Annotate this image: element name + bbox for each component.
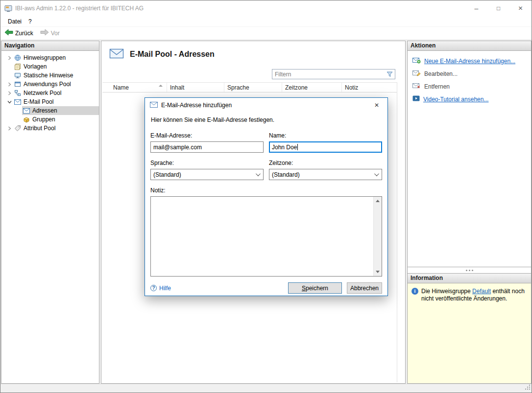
video-tutorial-icon [412,95,420,103]
application-pool-icon [14,81,21,88]
close-button[interactable]: ✕ [509,0,532,16]
name-input[interactable]: John Doe [269,141,382,153]
filter-funnel-icon[interactable] [387,71,393,77]
maximize-button[interactable]: □ [487,0,509,16]
nav-item-label: Hinweisgruppen [24,54,66,61]
email-pool-header-icon [109,48,124,61]
timezone-label: Zeitzone: [269,160,382,166]
language-select[interactable]: (Standard) [150,169,264,180]
splitter-handle-icon [469,270,470,271]
hints-groups-icon [14,54,21,61]
static-hints-icon [14,72,21,79]
nav-item-gruppen[interactable]: Gruppen [1,115,99,124]
column-sprache[interactable]: Sprache [224,83,282,92]
panel-splitter[interactable] [407,267,532,273]
email-field-group: E-Mail-Adresse: [150,132,264,153]
attribute-pool-icon [14,125,21,132]
default-link[interactable]: Default [472,288,491,295]
chevron-collapsed-icon[interactable] [5,56,13,60]
nav-item-hinweisgruppen[interactable]: Hinweisgruppen [1,53,99,62]
filter-input[interactable] [272,71,387,78]
chevron-collapsed-icon[interactable] [5,126,13,131]
timezone-field-group: Zeitzone: (Standard) [269,160,382,180]
save-button[interactable]: Speichern [288,282,342,294]
chevron-down-icon [374,171,379,176]
note-textarea[interactable] [151,197,373,276]
minimize-button[interactable]: – [465,0,487,16]
page-title: E-Mail Pool - Adressen [130,50,215,59]
note-field-group: Notiz: [150,187,382,277]
column-notiz[interactable]: Notiz [342,83,397,92]
menu-help[interactable]: ? [25,16,35,26]
chevron-collapsed-icon[interactable] [5,91,13,95]
dialog-email-icon [150,102,158,109]
app-window: IBI-aws Admin 1.22.0 - registriert für I… [0,0,532,393]
help-icon [150,285,157,291]
timezone-select[interactable]: (Standard) [269,169,382,180]
information-panel: Information Die Hinweisgruppe Default en… [407,273,532,384]
column-zeitzone[interactable]: Zeitzone [282,83,342,92]
filter-field [272,69,395,79]
actions-panel: Aktionen Neue E-Mail-Adresse hinzufügen.… [407,41,532,267]
dialog-close-button[interactable]: ✕ [366,98,387,113]
navigation-tree: Hinweisgruppen Vorlagen Statische Hinwei… [1,51,99,133]
forward-button[interactable]: Vor [40,29,60,37]
navigation-header: Navigation [1,41,99,51]
action-remove[interactable]: Entfernen [408,80,531,93]
nav-item-adressen[interactable]: Adressen [1,106,99,115]
name-field-group: Name: John Doe [269,132,382,153]
statusbar [0,384,532,393]
back-arrow-icon [4,29,13,37]
nav-item-vorlagen[interactable]: Vorlagen [1,62,99,71]
nav-item-email-pool[interactable]: E-Mail Pool [1,97,99,106]
dialog-title: E-Mail-Adresse hinzufügen [161,102,232,109]
nav-item-netzwerk-pool[interactable]: Netzwerk Pool [1,89,99,97]
scroll-down-icon[interactable] [374,268,382,276]
chevron-collapsed-icon[interactable] [5,82,13,87]
nav-item-label: Gruppen [32,116,55,123]
navigation-panel: Navigation Hinweisgruppen Vorlagen Stati… [1,41,99,384]
action-edit[interactable]: Bearbeiten... [408,68,531,80]
action-video-tutorial[interactable]: Video-Tutorial ansehen... [408,93,531,105]
scroll-up-icon[interactable] [374,197,382,205]
nav-item-label: Attribut Pool [24,125,55,132]
email-input[interactable] [150,141,264,153]
nav-item-attribut-pool[interactable]: Attribut Pool [1,124,99,133]
nav-item-label: Netzwerk Pool [24,90,61,96]
dialog-description: Hier können Sie eine E-Mail-Adresse fest… [151,116,382,123]
nav-item-anwendungs-pool[interactable]: Anwendungs Pool [1,80,99,89]
email-label: E-Mail-Adresse: [150,132,264,139]
network-pool-icon [14,90,21,96]
name-label: Name: [269,132,382,139]
back-button[interactable]: Zurück [4,29,33,37]
note-scrollbar[interactable] [373,197,382,276]
column-name[interactable]: Name [102,83,167,92]
menu-datei[interactable]: Datei [4,16,25,26]
window-title: IBI-aws Admin 1.22.0 - registriert für I… [15,5,144,12]
nav-item-label: Anwendungs Pool [24,81,71,88]
help-link[interactable]: Hilfe [150,285,171,292]
add-email-dialog: E-Mail-Adresse hinzufügen ✕ Hier können … [145,97,388,296]
chevron-expanded-icon[interactable] [5,100,13,104]
information-header: Information [408,274,531,283]
cancel-button[interactable]: Abbrechen [347,282,382,294]
language-field-group: Sprache: (Standard) [150,160,264,180]
titlebar: IBI-aws Admin 1.22.0 - registriert für I… [0,0,532,16]
column-inhalt[interactable]: Inhalt [167,83,224,92]
text-caret [297,144,298,150]
action-new-email[interactable]: Neue E-Mail-Adresse hinzufügen... [408,55,531,68]
app-icon [4,4,12,12]
list-header: Name Inhalt Sprache Zeitzone Notiz [102,82,397,92]
nav-item-statische-hinweise[interactable]: Statische Hinweise [1,71,99,80]
note-label: Notiz: [150,187,382,194]
templates-icon [14,63,21,70]
information-message: Die Hinweisgruppe Default enthält noch n… [421,288,527,302]
info-icon [411,288,418,295]
resize-grip-icon[interactable] [525,384,531,392]
sort-asc-icon [159,85,163,87]
groups-icon [23,116,30,123]
addresses-icon [23,108,30,114]
nav-item-label: Adressen [32,107,57,114]
right-column: Aktionen Neue E-Mail-Adresse hinzufügen.… [407,41,532,384]
forward-arrow-icon [40,29,49,37]
